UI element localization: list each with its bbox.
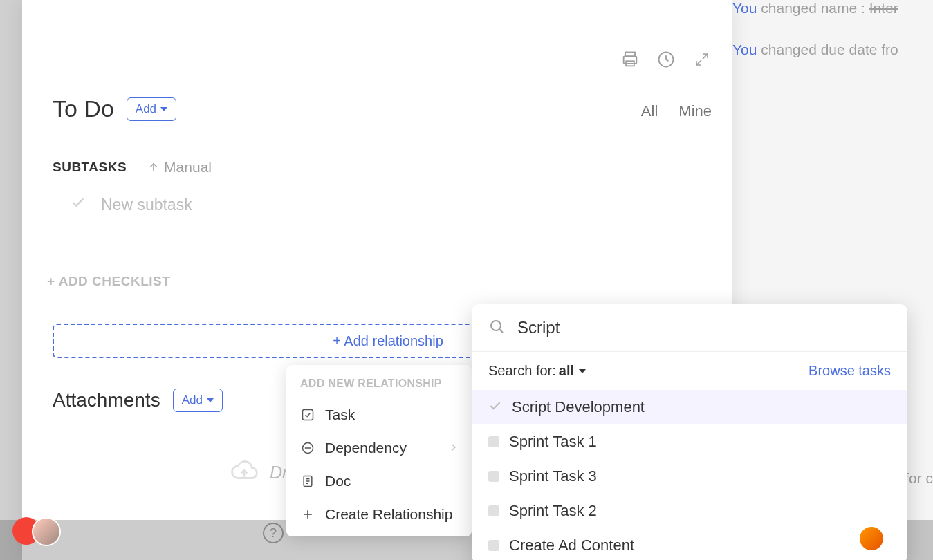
plus-icon bbox=[300, 507, 315, 522]
activity-filter-tabs: All Mine bbox=[641, 102, 712, 120]
new-subtask-placeholder: New subtask bbox=[101, 196, 192, 214]
doc-icon bbox=[300, 474, 315, 489]
activity-old-value: Inter bbox=[869, 0, 898, 16]
status-square-icon bbox=[488, 505, 499, 516]
search-sub-row: Search for: all Browse tasks bbox=[472, 352, 907, 390]
search-for-value: all bbox=[559, 363, 574, 379]
rel-option-create[interactable]: Create Relationship bbox=[286, 498, 472, 531]
page-title: To Do bbox=[53, 95, 114, 122]
status-square-icon bbox=[488, 436, 499, 447]
status-square-icon bbox=[488, 471, 499, 482]
search-result-item[interactable]: Sprint Task 2 bbox=[472, 494, 907, 528]
subtasks-sort-button[interactable]: Manual bbox=[147, 159, 212, 176]
avatar bbox=[32, 517, 61, 546]
search-input[interactable] bbox=[517, 318, 891, 337]
dropzone-text: Dr bbox=[270, 463, 288, 483]
rel-option-dependency[interactable]: Dependency bbox=[286, 431, 472, 465]
search-result-label: Script Development bbox=[512, 398, 645, 416]
chevron-right-icon bbox=[448, 440, 459, 456]
new-subtask-row[interactable]: New subtask bbox=[71, 195, 192, 214]
search-result-label: Sprint Task 3 bbox=[509, 467, 597, 485]
subtasks-header: SUBTASKS Manual bbox=[53, 159, 212, 176]
search-result-item[interactable]: Sprint Task 1 bbox=[472, 424, 907, 459]
rel-option-label: Task bbox=[325, 407, 355, 423]
search-result-item[interactable]: Sprint Task 3 bbox=[472, 459, 907, 494]
search-result-label: Create Ad Content bbox=[509, 536, 634, 554]
attachments-header: Attachments Add bbox=[53, 389, 223, 412]
backdrop-dim bbox=[0, 0, 22, 560]
user-avatar[interactable] bbox=[860, 527, 883, 550]
svg-point-13 bbox=[491, 321, 501, 330]
history-icon[interactable] bbox=[656, 50, 676, 69]
relationship-menu-title: ADD NEW RELATIONSHIP bbox=[286, 377, 472, 398]
presence-avatars[interactable] bbox=[12, 517, 55, 545]
add-checklist-button[interactable]: + ADD CHECKLIST bbox=[47, 274, 170, 289]
activity-text: changed name : bbox=[757, 0, 869, 16]
search-icon bbox=[488, 318, 505, 337]
rel-option-label: Create Relationship bbox=[325, 506, 452, 523]
search-result-item[interactable]: Script Development bbox=[472, 390, 907, 424]
subtasks-label: SUBTASKS bbox=[53, 160, 127, 175]
checkmark-icon bbox=[488, 399, 502, 416]
rel-option-label: Dependency bbox=[325, 440, 407, 456]
rel-option-task[interactable]: Task bbox=[286, 398, 472, 431]
help-icon[interactable]: ? bbox=[263, 523, 284, 543]
add-relationship-label: + Add relationship bbox=[333, 333, 443, 349]
chevron-down-icon bbox=[579, 369, 586, 373]
add-button-label: Add bbox=[136, 102, 156, 116]
search-for-prefix: Search for: bbox=[488, 363, 556, 379]
rel-option-label: Doc bbox=[325, 473, 351, 489]
search-result-label: Sprint Task 1 bbox=[509, 433, 597, 451]
status-square-icon bbox=[488, 540, 499, 551]
activity-entry: You changed name : Inter bbox=[732, 0, 933, 17]
relationship-type-menu: ADD NEW RELATIONSHIP Task Dependency Doc… bbox=[286, 365, 472, 536]
heading-row: To Do Add bbox=[53, 95, 176, 122]
search-results-list: Script DevelopmentSprint Task 1Sprint Ta… bbox=[472, 390, 907, 560]
attachments-add-label: Add bbox=[182, 393, 203, 407]
subtasks-sort-label: Manual bbox=[164, 159, 212, 176]
tab-mine[interactable]: Mine bbox=[678, 102, 712, 120]
dependency-icon bbox=[300, 440, 315, 456]
cloud-upload-icon bbox=[230, 456, 259, 488]
sort-up-icon bbox=[147, 161, 160, 174]
attachment-dropzone[interactable]: Dr bbox=[230, 456, 288, 488]
task-search-panel: Search for: all Browse tasks Script Deve… bbox=[472, 304, 907, 560]
svg-line-14 bbox=[499, 329, 503, 333]
activity-text: changed due date fro bbox=[757, 41, 898, 57]
add-button[interactable]: Add bbox=[127, 97, 176, 121]
activity-entry: You changed due date fro bbox=[732, 41, 933, 58]
search-scope[interactable]: Search for: all bbox=[488, 363, 586, 379]
attachments-add-button[interactable]: Add bbox=[173, 389, 223, 412]
rel-option-doc[interactable]: Doc bbox=[286, 465, 472, 498]
expand-icon[interactable] bbox=[692, 50, 712, 69]
attachments-label: Attachments bbox=[53, 389, 160, 411]
task-icon bbox=[300, 407, 315, 422]
checkmark-icon bbox=[71, 195, 86, 214]
activity-truncated-text: for c bbox=[905, 470, 933, 487]
browse-tasks-link[interactable]: Browse tasks bbox=[809, 363, 891, 379]
activity-actor: You bbox=[732, 41, 757, 57]
search-result-label: Sprint Task 2 bbox=[509, 502, 597, 520]
activity-actor: You bbox=[732, 0, 757, 16]
search-result-item[interactable]: Create Ad Content bbox=[472, 528, 907, 560]
activity-feed: You changed name : Inter You changed due… bbox=[732, 0, 933, 83]
tab-all[interactable]: All bbox=[641, 102, 658, 120]
svg-rect-4 bbox=[303, 410, 313, 420]
panel-top-icons bbox=[620, 50, 712, 69]
print-icon[interactable] bbox=[620, 50, 640, 69]
search-header bbox=[472, 304, 907, 352]
